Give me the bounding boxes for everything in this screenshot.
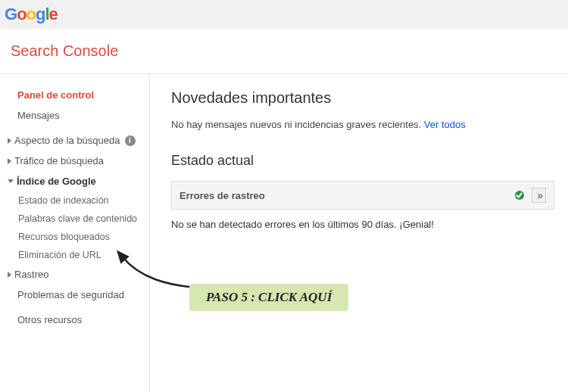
heading-news: Novedades importantes — [171, 89, 554, 107]
app-title: Search Console — [11, 42, 557, 60]
google-logo: Google — [5, 5, 58, 23]
layout: Panel de control Mensajes Aspecto de la … — [0, 74, 568, 392]
crawl-errors-panel[interactable]: Errores de rastreo » — [171, 181, 554, 210]
sidebar-item-google-index[interactable]: Índice de Google — [0, 171, 149, 191]
sidebar-item-label: Panel de control — [17, 89, 94, 101]
top-bar: Google — [0, 0, 568, 29]
sidebar-subitem-url-removal[interactable]: Eliminación de URL — [0, 246, 149, 264]
view-all-link[interactable]: Ver todos — [424, 119, 466, 130]
check-ok-icon — [515, 191, 524, 200]
sidebar-item-label: Rastreo — [14, 269, 49, 280]
sidebar-item-other[interactable]: Otros recursos — [0, 310, 149, 330]
sidebar-item-search-appearance[interactable]: Aspecto de la búsqueda i — [0, 130, 149, 151]
title-bar: Search Console — [0, 29, 568, 74]
sidebar-subitem-blocked-resources[interactable]: Recursos bloqueados — [0, 228, 149, 246]
expand-button[interactable]: » — [532, 188, 546, 203]
annotation-callout: PASO 5 : CLICK AQUÍ — [189, 284, 348, 311]
sidebar-item-panel[interactable]: Panel de control — [0, 85, 149, 105]
chevron-right-icon: » — [537, 189, 541, 201]
sidebar-item-security[interactable]: Problemas de seguridad — [0, 285, 149, 305]
sidebar-subitem-content-keywords[interactable]: Palabras clave de contenido — [0, 210, 149, 228]
no-messages-text: No hay mensajes nuevos ni incidencias gr… — [171, 119, 554, 130]
info-icon[interactable]: i — [125, 135, 136, 146]
sidebar-item-label: Mensajes — [17, 110, 60, 121]
sidebar-item-label: Índice de Google — [17, 176, 96, 187]
caret-right-icon — [8, 158, 11, 164]
sidebar-item-crawl[interactable]: Rastreo — [0, 264, 149, 285]
caret-down-icon — [8, 179, 14, 183]
sidebar: Panel de control Mensajes Aspecto de la … — [0, 74, 150, 392]
main-content: Novedades importantes No hay mensajes nu… — [150, 74, 568, 392]
sidebar-item-search-traffic[interactable]: Tráfico de búsqueda — [0, 151, 149, 171]
crawl-errors-label: Errores de rastreo — [179, 190, 515, 201]
heading-status: Estado actual — [171, 153, 554, 169]
caret-right-icon — [8, 138, 11, 144]
sidebar-item-label: Tráfico de búsqueda — [14, 155, 104, 166]
sidebar-item-label: Problemas de seguridad — [17, 289, 124, 300]
sidebar-item-label: Aspecto de la búsqueda — [14, 135, 120, 146]
sidebar-item-messages[interactable]: Mensajes — [0, 105, 149, 126]
status-ok-text: No se han detectado errores en los últim… — [171, 219, 554, 230]
sidebar-subitem-index-status[interactable]: Estado de indexación — [0, 191, 149, 210]
caret-right-icon — [8, 272, 11, 278]
sidebar-item-label: Otros recursos — [17, 314, 82, 325]
